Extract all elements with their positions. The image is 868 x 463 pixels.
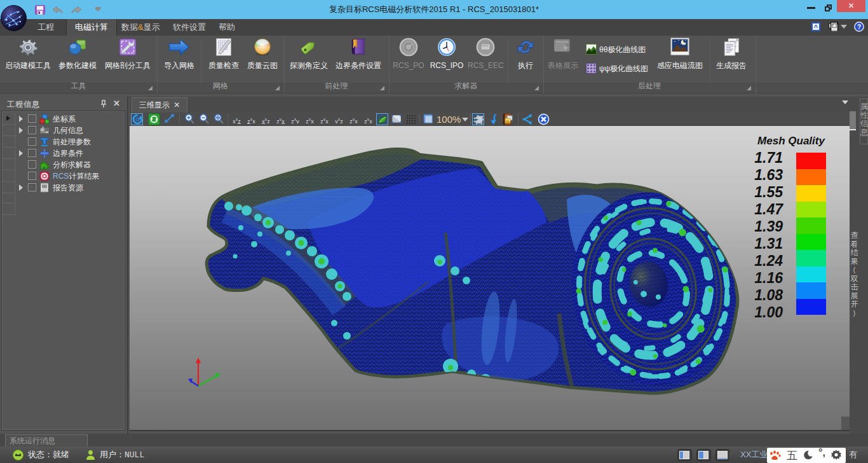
svg-text:?: ? [857, 24, 861, 31]
